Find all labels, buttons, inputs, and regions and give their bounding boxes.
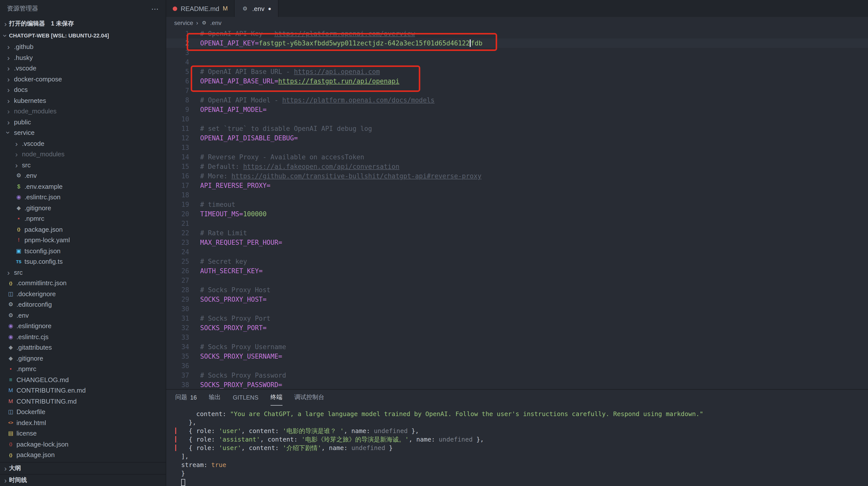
editor-line-38[interactable]: 38SOCKS_PROXY_PASSWORD= [166, 380, 868, 389]
editor-pane[interactable]: 1# OpenAI API Key - https://platform.ope… [166, 29, 868, 389]
tree-item-src[interactable]: ›src [0, 160, 166, 170]
editor-line-30[interactable]: 30 [166, 304, 868, 314]
editor-line-11[interactable]: 11# set `true` to disable OpenAI API deb… [166, 124, 868, 133]
editor-line-17[interactable]: 17API_REVERSE_PROXY= [166, 181, 868, 190]
editor-line-31[interactable]: 31# Socks Proxy Port [166, 314, 868, 323]
tree-item-label: .husky [14, 54, 33, 61]
editor-line-9[interactable]: 9OPENAI_API_MODEL= [166, 105, 868, 114]
tree-item-CONTRIBUTING.en.md[interactable]: MCONTRIBUTING.en.md [0, 385, 166, 396]
editor-line-25[interactable]: 25# Secret key [166, 257, 868, 266]
tree-item-tsup.config.ts[interactable]: TStsup.config.ts [0, 256, 166, 267]
tree-item-.editorconfig[interactable]: ⚙.editorconfig [0, 299, 166, 310]
tree-item-license[interactable]: ▤license [0, 428, 166, 439]
tree-item-.husky[interactable]: ›.husky [0, 52, 166, 63]
line-number: 17 [166, 181, 189, 190]
tab-README.md[interactable]: README.mdM [166, 0, 235, 17]
tree-item-.github[interactable]: ›.github [0, 41, 166, 52]
terminal-token: '电影的导演是谁？ ' [282, 427, 344, 434]
editor-line-1[interactable]: 1# OpenAI API Key - https://platform.ope… [166, 29, 868, 38]
panel-tab-调试控制台[interactable]: 调试控制台 [294, 390, 324, 406]
tree-item-package.json[interactable]: {}package.json [0, 450, 166, 460]
editor-line-34[interactable]: 34# Socks Proxy Username [166, 342, 868, 352]
tree-item-.gitattributes[interactable]: ◆.gitattributes [0, 342, 166, 353]
tree-item-.npmrc[interactable]: ▪.npmrc [0, 213, 166, 224]
tree-item-node_modules[interactable]: ›node_modules [0, 149, 166, 160]
more-actions-icon[interactable]: ⋯ [151, 4, 159, 13]
tree-item-package.json[interactable]: {}package.json [0, 224, 166, 235]
tree-item-.dockerignore[interactable]: ◫.dockerignore [0, 288, 166, 299]
tree-item-.eslintrc.cjs[interactable]: ◉.eslintrc.cjs [0, 332, 166, 342]
tree-item-docker-compose[interactable]: ›docker-compose [0, 74, 166, 84]
editor-line-10[interactable]: 10 [166, 114, 868, 124]
panel-tab-输出[interactable]: 输出 [209, 390, 221, 406]
breadcrumb-file[interactable]: .env [210, 20, 221, 26]
panel-tab-终端[interactable]: 终端 [270, 390, 282, 406]
editor-line-37[interactable]: 37# Socks Proxy Password [166, 371, 868, 380]
editor-line-19[interactable]: 19# timeout [166, 200, 868, 209]
tree-item-.env.example[interactable]: $.env.example [0, 181, 166, 192]
terminal-pane[interactable]: content: "You are ChatGPT, a large langu… [166, 406, 868, 486]
editor-line-21[interactable]: 21 [166, 219, 868, 228]
editor-line-3[interactable]: 3 [166, 48, 868, 57]
tree-item-.env[interactable]: ⚙.env [0, 310, 166, 321]
tree-item-.vscode[interactable]: ›.vscode [0, 138, 166, 149]
editor-line-16[interactable]: 16# More: https://github.com/transitive-… [166, 171, 868, 181]
unsaved-dot-icon[interactable]: ● [268, 5, 271, 11]
editor-line-6[interactable]: 6OPENAI_API_BASE_URL=https://fastgpt.run… [166, 77, 868, 86]
terminal-line: ], [181, 452, 868, 460]
editor-line-5[interactable]: 5# OpenAI API Base URL - https://api.ope… [166, 67, 868, 77]
tree-item-.gitignore[interactable]: ◆.gitignore [0, 203, 166, 213]
editor-line-22[interactable]: 22# Rate Limit [166, 228, 868, 238]
tree-item-tsconfig.json[interactable]: ▣tsconfig.json [0, 246, 166, 256]
editor-line-2[interactable]: 2OPENAI_API_KEY=fastgpt-y6b3axfbdd5wyp01… [166, 38, 868, 48]
editor-line-14[interactable]: 14# Reverse Proxy - Available on accessT… [166, 152, 868, 162]
editor-line-15[interactable]: 15# Default: https://ai.fakeopen.com/api… [166, 162, 868, 171]
timeline-section[interactable]: › 时间线 [0, 474, 166, 486]
ts-icon: TS [15, 259, 23, 264]
tree-item-pnpm-lock.yaml[interactable]: !pnpm-lock.yaml [0, 235, 166, 246]
panel-tab-GITLENS[interactable]: GITLENS [233, 390, 258, 406]
tree-item-.gitignore[interactable]: ◆.gitignore [0, 353, 166, 364]
tab-.env[interactable]: ⚙.env● [235, 0, 278, 17]
tree-item-.env[interactable]: ⚙.env [0, 170, 166, 181]
editor-line-32[interactable]: 32SOCKS_PROXY_PORT= [166, 323, 868, 333]
tree-item-src[interactable]: ›src [0, 267, 166, 278]
editor-line-18[interactable]: 18 [166, 190, 868, 200]
tree-item-Dockerfile[interactable]: ◫Dockerfile [0, 407, 166, 417]
tree-item-kubernetes[interactable]: ›kubernetes [0, 95, 166, 106]
open-editors-section[interactable]: › 打开的编辑器 1 未保存 [0, 18, 166, 29]
tree-item-.eslintrc.json[interactable]: ◉.eslintrc.json [0, 192, 166, 203]
outline-section[interactable]: › 大纲 [0, 462, 166, 474]
tree-item-.eslintignore[interactable]: ◉.eslintignore [0, 321, 166, 332]
tree-item-.commitlintrc.json[interactable]: {}.commitlintrc.json [0, 278, 166, 288]
workspace-root[interactable]: › CHATGPT-WEB [WSL: UBUNTU-22.04] [0, 29, 166, 41]
editor-line-13[interactable]: 13 [166, 143, 868, 152]
tree-item-service[interactable]: ›service [0, 127, 166, 138]
editor-line-27[interactable]: 27 [166, 276, 868, 285]
editor-line-20[interactable]: 20TIMEOUT_MS=100000 [166, 209, 868, 219]
tree-item-node_modules[interactable]: ›node_modules [0, 106, 166, 117]
editor-line-24[interactable]: 24 [166, 247, 868, 257]
editor-line-36[interactable]: 36 [166, 361, 868, 371]
tree-item-CHANGELOG.md[interactable]: ≡CHANGELOG.md [0, 374, 166, 385]
editor-line-4[interactable]: 4 [166, 57, 868, 67]
tree-item-package-lock.json[interactable]: {}package-lock.json [0, 439, 166, 450]
editor-line-29[interactable]: 29SOCKS_PROXY_HOST= [166, 295, 868, 304]
editor-line-26[interactable]: 26AUTH_SECRET_KEY= [166, 266, 868, 276]
tree-item-public[interactable]: ›public [0, 117, 166, 127]
tree-item-docs[interactable]: ›docs [0, 84, 166, 95]
line-number: 6 [166, 77, 189, 86]
editor-line-7[interactable]: 7 [166, 86, 868, 95]
tree-item-.vscode[interactable]: ›.vscode [0, 63, 166, 74]
editor-line-23[interactable]: 23MAX_REQUEST_PER_HOUR= [166, 238, 868, 247]
editor-line-35[interactable]: 35SOCKS_PROXY_USERNAME= [166, 352, 868, 361]
editor-line-8[interactable]: 8# OpenAI API Model - https://platform.o… [166, 95, 868, 105]
tree-item-index.html[interactable]: <>index.html [0, 417, 166, 428]
editor-line-28[interactable]: 28# Socks Proxy Host [166, 285, 868, 295]
tree-item-CONTRIBUTING.md[interactable]: MCONTRIBUTING.md [0, 396, 166, 407]
panel-tab-问题[interactable]: 问题16 [175, 390, 197, 406]
tree-item-.npmrc[interactable]: ▪.npmrc [0, 364, 166, 374]
editor-line-12[interactable]: 12OPENAI_API_DISABLE_DEBUG= [166, 133, 868, 143]
editor-line-33[interactable]: 33 [166, 333, 868, 342]
breadcrumb-folder[interactable]: service [174, 20, 193, 26]
